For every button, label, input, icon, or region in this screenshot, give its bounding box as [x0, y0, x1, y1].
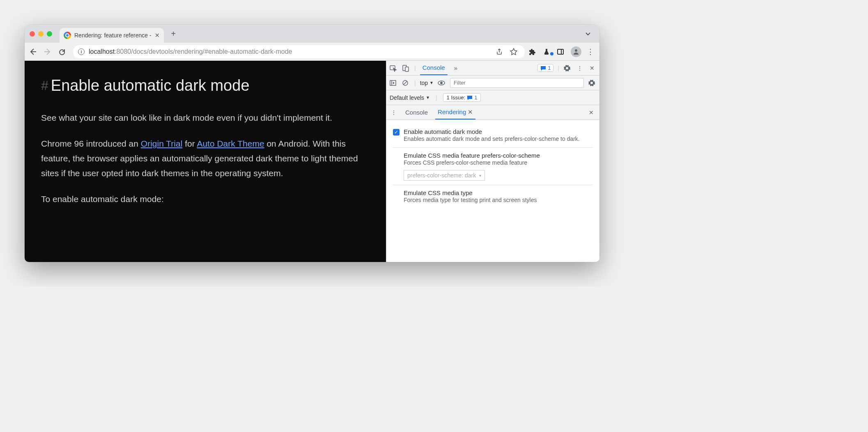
context-selector[interactable]: top▼: [420, 80, 434, 86]
svg-point-2: [575, 49, 577, 52]
url-text: localhost:8080/docs/devtools/rendering/#…: [89, 48, 292, 55]
reload-button[interactable]: [58, 48, 69, 55]
devtools-drawer: ⋮ Console Rendering ✕ ✕ ✓ Enable automat…: [386, 105, 599, 262]
page-heading: # Enable automatic dark mode: [41, 72, 370, 99]
clear-console-icon[interactable]: [402, 80, 410, 86]
browser-window: Rendering: feature reference - ✕ + i loc…: [25, 25, 599, 262]
checkbox-enable-dark-mode[interactable]: ✓: [393, 129, 400, 136]
drawer-tabs: ⋮ Console Rendering ✕ ✕: [386, 105, 599, 120]
issues-badge[interactable]: 1 Issue: 1: [443, 93, 481, 102]
chrome-menu-icon[interactable]: ⋮: [586, 47, 595, 56]
svg-line-9: [404, 81, 407, 85]
device-toggle-icon[interactable]: [402, 64, 410, 72]
profile-avatar[interactable]: [571, 46, 581, 57]
chrome-labs-icon[interactable]: [543, 48, 553, 55]
console-settings-icon[interactable]: [588, 79, 596, 87]
side-panel-icon[interactable]: [557, 48, 567, 55]
log-levels-selector[interactable]: Default levels▼: [390, 94, 430, 101]
section-title: Enable automatic dark mode: [404, 128, 593, 135]
back-button[interactable]: [29, 48, 39, 56]
close-devtools-icon[interactable]: ✕: [588, 65, 596, 71]
settings-icon[interactable]: [563, 64, 572, 72]
section-desc: Forces media type for testing print and …: [404, 196, 593, 205]
drawer-tab-rendering[interactable]: Rendering ✕: [435, 105, 475, 119]
close-drawer-tab-icon[interactable]: ✕: [468, 108, 473, 116]
section-title: Emulate CSS media type: [404, 189, 593, 196]
filter-input[interactable]: [450, 78, 584, 88]
console-toolbar: | top▼: [386, 76, 599, 90]
inspect-icon[interactable]: [390, 64, 398, 72]
rendering-panel: ✓ Enable automatic dark mode Enables aut…: [386, 120, 599, 213]
new-tab-button[interactable]: +: [171, 29, 176, 39]
anchor-hash[interactable]: #: [41, 74, 48, 97]
maximize-window-button[interactable]: [47, 31, 52, 37]
content-area: # Enable automatic dark mode See what yo…: [25, 61, 599, 262]
section-enable-dark-mode: ✓ Enable automatic dark mode Enables aut…: [393, 124, 593, 148]
link-origin-trial[interactable]: Origin Trial: [141, 139, 183, 148]
drawer-tab-console[interactable]: Console: [403, 105, 430, 119]
svg-rect-5: [405, 67, 409, 71]
tab-console[interactable]: Console: [420, 61, 448, 75]
sidebar-toggle-icon[interactable]: [390, 80, 398, 86]
tabs-dropdown-icon[interactable]: [581, 30, 595, 37]
forward-button[interactable]: [44, 48, 54, 56]
titlebar: Rendering: feature reference - ✕ +: [25, 25, 599, 43]
browser-toolbar: i localhost:8080/docs/devtools/rendering…: [25, 43, 599, 61]
browser-tab[interactable]: Rendering: feature reference - ✕: [60, 28, 164, 43]
close-tab-icon[interactable]: ✕: [155, 32, 160, 39]
section-prefers-color-scheme: Emulate CSS media feature prefers-color-…: [393, 148, 593, 186]
window-controls: [30, 31, 52, 37]
devtools-panel: | Console » 1 | ⋮ ✕: [386, 61, 599, 262]
more-tabs-icon[interactable]: »: [452, 61, 460, 75]
devtools-menu-icon[interactable]: ⋮: [576, 65, 584, 71]
bookmark-icon[interactable]: [510, 48, 520, 55]
chrome-icon: [64, 32, 71, 39]
messages-badge[interactable]: 1: [537, 64, 553, 72]
close-window-button[interactable]: [30, 31, 35, 37]
extensions-icon[interactable]: [529, 48, 539, 55]
console-levels-row: Default levels▼ | 1 Issue: 1: [386, 90, 599, 105]
devtools-tabs: | Console » 1 | ⋮ ✕: [386, 61, 599, 76]
close-drawer-icon[interactable]: ✕: [586, 109, 596, 116]
svg-point-11: [440, 82, 443, 84]
drawer-menu-icon[interactable]: ⋮: [390, 109, 398, 116]
share-icon[interactable]: [496, 48, 506, 55]
prefers-color-scheme-select[interactable]: prefers-color-scheme: dark ▾: [404, 170, 485, 181]
section-desc: Forces CSS prefers-color-scheme media fe…: [404, 159, 593, 167]
paragraph-1: See what your site can look like in dark…: [41, 110, 370, 125]
tab-title: Rendering: feature reference -: [74, 32, 152, 39]
section-title: Emulate CSS media feature prefers-color-…: [404, 152, 593, 159]
section-desc: Enables automatic dark mode and sets pre…: [404, 135, 593, 143]
site-info-icon[interactable]: i: [78, 48, 85, 55]
minimize-window-button[interactable]: [38, 31, 44, 37]
section-media-type: Emulate CSS media type Forces media type…: [393, 185, 593, 209]
svg-rect-0: [558, 49, 563, 54]
address-bar[interactable]: i localhost:8080/docs/devtools/rendering…: [73, 45, 525, 58]
live-expression-icon[interactable]: [438, 79, 446, 87]
link-auto-dark-theme[interactable]: Auto Dark Theme: [197, 139, 264, 148]
paragraph-3: To enable automatic dark mode:: [41, 192, 370, 207]
paragraph-2: Chrome 96 introduced an Origin Trial for…: [41, 136, 370, 180]
rendered-page: # Enable automatic dark mode See what yo…: [25, 61, 386, 262]
